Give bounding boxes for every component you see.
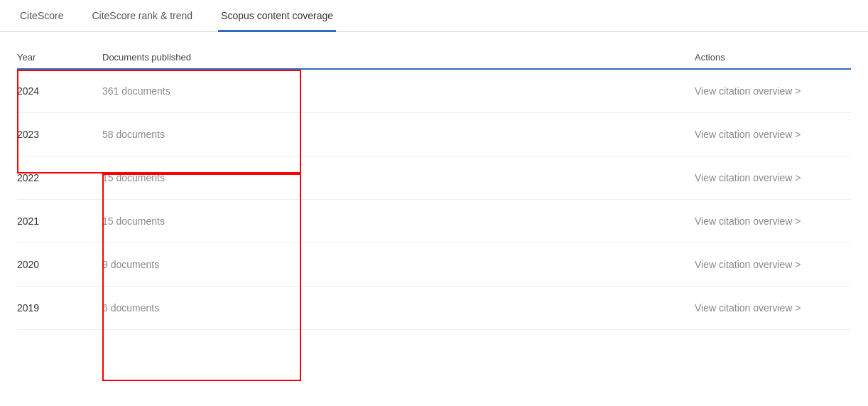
tab-citescore-rank[interactable]: CiteScore rank & trend bbox=[89, 0, 195, 32]
tab-citescore[interactable]: CiteScore bbox=[17, 0, 66, 32]
cell-year-2021: 2021 bbox=[17, 215, 102, 227]
col-year: Year bbox=[17, 52, 102, 63]
cell-year-2019: 2019 bbox=[17, 302, 102, 314]
col-documents: Documents published bbox=[102, 52, 315, 63]
cell-action-2019[interactable]: View citation overview > bbox=[695, 302, 851, 314]
view-citation-link-2024[interactable]: View citation overview > bbox=[695, 85, 801, 97]
cell-year-2022: 2022 bbox=[17, 172, 102, 183]
cell-action-2024[interactable]: View citation overview > bbox=[695, 85, 851, 97]
table-row: 2019 6 documents View citation overview … bbox=[17, 287, 851, 330]
tab-scopus-coverage[interactable]: Scopus content coverage bbox=[218, 0, 336, 32]
cell-docs-2020: 9 documents bbox=[102, 259, 315, 270]
main-content: Year Documents published Actions 2024 36… bbox=[0, 32, 868, 330]
cell-docs-2024: 361 documents bbox=[102, 85, 315, 97]
tab-bar: CiteScore CiteScore rank & trend Scopus … bbox=[0, 0, 868, 32]
table-row: 2022 15 documents View citation overview… bbox=[17, 156, 851, 200]
cell-action-2020[interactable]: View citation overview > bbox=[695, 259, 851, 270]
cell-year-2023: 2023 bbox=[17, 129, 102, 140]
cell-action-2023[interactable]: View citation overview > bbox=[695, 129, 851, 140]
cell-docs-2022: 15 documents bbox=[102, 172, 315, 183]
view-citation-link-2021[interactable]: View citation overview > bbox=[695, 215, 801, 227]
col-spacer bbox=[315, 52, 695, 63]
cell-docs-2021: 15 documents bbox=[102, 215, 315, 227]
table-row: 2024 361 documents View citation overvie… bbox=[17, 70, 851, 113]
view-citation-link-2020[interactable]: View citation overview > bbox=[695, 259, 801, 270]
cell-action-2022[interactable]: View citation overview > bbox=[695, 172, 851, 183]
col-actions: Actions bbox=[695, 52, 851, 63]
view-citation-link-2019[interactable]: View citation overview > bbox=[695, 302, 801, 314]
table-row: 2021 15 documents View citation overview… bbox=[17, 200, 851, 243]
table-row: 2020 9 documents View citation overview … bbox=[17, 243, 851, 287]
table-header: Year Documents published Actions bbox=[17, 46, 851, 70]
cell-year-2020: 2020 bbox=[17, 259, 102, 270]
table-row: 2023 58 documents View citation overview… bbox=[17, 113, 851, 156]
view-citation-link-2022[interactable]: View citation overview > bbox=[695, 172, 801, 183]
cell-docs-2023: 58 documents bbox=[102, 129, 315, 140]
cell-year-2024: 2024 bbox=[17, 85, 102, 97]
cell-action-2021[interactable]: View citation overview > bbox=[695, 215, 851, 227]
cell-docs-2019: 6 documents bbox=[102, 302, 315, 314]
table-body: 2024 361 documents View citation overvie… bbox=[17, 70, 851, 330]
view-citation-link-2023[interactable]: View citation overview > bbox=[695, 129, 801, 140]
